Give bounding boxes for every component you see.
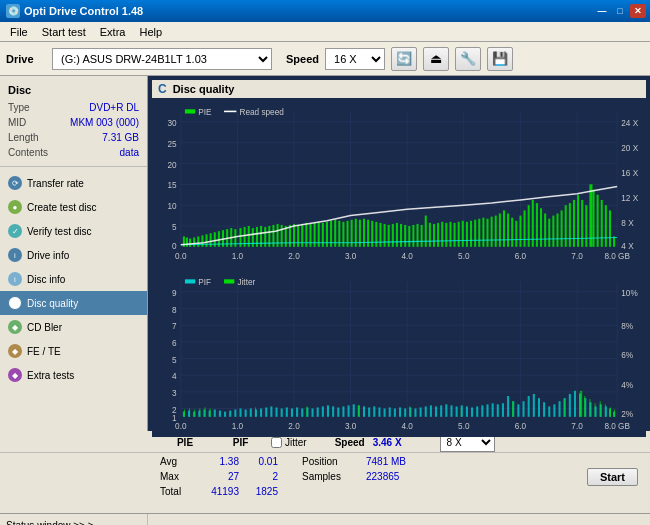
sidebar-item-disc-info[interactable]: i Disc info bbox=[0, 267, 147, 291]
svg-text:PIE: PIE bbox=[198, 107, 212, 116]
chart1-svg: 30 25 20 15 10 5 0 24 X 20 X 16 X 12 X 8… bbox=[152, 101, 646, 268]
app-icon: 💿 bbox=[6, 4, 20, 18]
sidebar-item-fe-te[interactable]: ◆ FE / TE bbox=[0, 339, 147, 363]
menu-help[interactable]: Help bbox=[133, 24, 168, 40]
drive-select[interactable]: (G:) ASUS DRW-24B1LT 1.03 bbox=[52, 48, 272, 70]
disc-quality-label: Disc quality bbox=[27, 298, 78, 309]
speed-select[interactable]: 16 X bbox=[325, 48, 385, 70]
disc-info-icon: i bbox=[8, 272, 22, 286]
sidebar-item-cd-bler[interactable]: ◆ CD Bler bbox=[0, 315, 147, 339]
status-window-button[interactable]: Status window >> > bbox=[0, 514, 148, 525]
toolbar: Drive (G:) ASUS DRW-24B1LT 1.03 Speed 16… bbox=[0, 42, 650, 76]
svg-rect-228 bbox=[384, 408, 386, 416]
total-row: Total 41193 1825 bbox=[160, 485, 278, 499]
menu-extra[interactable]: Extra bbox=[94, 24, 132, 40]
svg-text:9: 9 bbox=[172, 289, 177, 298]
svg-rect-283 bbox=[409, 406, 410, 416]
max-label: Max bbox=[160, 470, 200, 484]
col-pif-header: PIF bbox=[218, 437, 263, 448]
svg-rect-240 bbox=[445, 404, 447, 416]
svg-rect-260 bbox=[548, 406, 550, 416]
svg-rect-39 bbox=[186, 237, 188, 246]
menu-file[interactable]: File bbox=[4, 24, 34, 40]
svg-text:0.0: 0.0 bbox=[175, 252, 187, 261]
title-bar: 💿 Opti Drive Control 1.48 — □ ✕ bbox=[0, 0, 650, 22]
disc-type-row: Type DVD+R DL bbox=[8, 100, 139, 115]
svg-rect-98 bbox=[429, 223, 431, 247]
svg-rect-84 bbox=[371, 221, 373, 247]
sidebar-item-extra-tests[interactable]: ◆ Extra tests bbox=[0, 363, 147, 387]
sidebar-item-create-test-disc[interactable]: ● Create test disc bbox=[0, 195, 147, 219]
max-pif: 2 bbox=[243, 470, 278, 484]
svg-rect-102 bbox=[445, 223, 447, 247]
minimize-button[interactable]: — bbox=[594, 4, 610, 18]
menu-start-test[interactable]: Start test bbox=[36, 24, 92, 40]
maximize-button[interactable]: □ bbox=[612, 4, 628, 18]
save-button[interactable]: 💾 bbox=[487, 47, 513, 71]
avg-pif: 0.01 bbox=[243, 455, 278, 469]
svg-rect-212 bbox=[301, 408, 303, 416]
svg-rect-87 bbox=[384, 224, 386, 247]
chart2-panel: 9 8 7 6 5 4 3 2 1 10% 8% 6% 4% 2% 0.0 1.… bbox=[152, 271, 646, 438]
svg-rect-117 bbox=[507, 213, 509, 246]
fe-te-icon: ◆ bbox=[8, 344, 22, 358]
svg-rect-112 bbox=[486, 219, 488, 247]
svg-text:20: 20 bbox=[168, 161, 178, 170]
position-label: Position bbox=[302, 455, 362, 469]
jitter-checkbox[interactable] bbox=[271, 437, 282, 448]
svg-rect-124 bbox=[536, 203, 538, 247]
svg-rect-118 bbox=[511, 218, 513, 247]
svg-rect-72 bbox=[322, 223, 324, 247]
svg-text:15: 15 bbox=[168, 181, 178, 190]
start-button[interactable]: Start bbox=[587, 468, 638, 486]
refresh-button[interactable]: 🔄 bbox=[391, 47, 417, 71]
sidebar-item-disc-quality[interactable]: ◆ Disc quality bbox=[0, 291, 147, 315]
sidebar-item-drive-info[interactable]: i Drive info bbox=[0, 243, 147, 267]
svg-text:6.0: 6.0 bbox=[515, 252, 527, 261]
svg-rect-279 bbox=[210, 408, 211, 416]
sidebar-item-transfer-rate[interactable]: ⟳ Transfer rate bbox=[0, 171, 147, 195]
svg-rect-141 bbox=[605, 205, 607, 247]
svg-text:4%: 4% bbox=[621, 380, 634, 389]
svg-rect-202 bbox=[250, 408, 252, 416]
svg-rect-62 bbox=[281, 225, 283, 247]
svg-rect-265 bbox=[574, 390, 576, 416]
close-button[interactable]: ✕ bbox=[630, 4, 646, 18]
svg-rect-207 bbox=[276, 407, 278, 416]
disc-contents-label: Contents bbox=[8, 145, 48, 160]
transfer-rate-label: Transfer rate bbox=[27, 178, 84, 189]
chart-header-icon: C bbox=[158, 82, 167, 96]
svg-rect-42 bbox=[197, 236, 199, 246]
svg-rect-249 bbox=[492, 403, 494, 417]
svg-rect-251 bbox=[502, 403, 504, 417]
sidebar-item-verify-test-disc[interactable]: ✓ Verify test disc bbox=[0, 219, 147, 243]
action-button[interactable]: 🔧 bbox=[455, 47, 481, 71]
svg-rect-252 bbox=[507, 396, 509, 417]
svg-text:6: 6 bbox=[172, 339, 177, 348]
disc-length-label: Length bbox=[8, 130, 39, 145]
svg-rect-219 bbox=[337, 407, 339, 416]
create-test-disc-label: Create test disc bbox=[27, 202, 96, 213]
svg-rect-101 bbox=[441, 222, 443, 247]
svg-text:4 X: 4 X bbox=[621, 242, 634, 251]
svg-rect-288 bbox=[580, 390, 582, 416]
svg-rect-293 bbox=[605, 404, 606, 416]
svg-rect-198 bbox=[229, 410, 231, 416]
svg-rect-121 bbox=[524, 210, 526, 246]
svg-rect-199 bbox=[234, 409, 236, 416]
svg-rect-245 bbox=[471, 407, 473, 416]
svg-rect-236 bbox=[425, 406, 427, 416]
svg-rect-40 bbox=[189, 238, 191, 246]
svg-text:8 X: 8 X bbox=[621, 219, 634, 228]
svg-rect-248 bbox=[486, 404, 488, 416]
eject-button[interactable]: ⏏ bbox=[423, 47, 449, 71]
svg-rect-91 bbox=[400, 224, 402, 247]
svg-text:16 X: 16 X bbox=[621, 169, 638, 178]
svg-rect-259 bbox=[543, 402, 545, 417]
svg-text:4.0: 4.0 bbox=[402, 252, 414, 261]
svg-rect-226 bbox=[373, 406, 375, 416]
svg-rect-214 bbox=[312, 408, 314, 416]
svg-rect-232 bbox=[404, 408, 406, 416]
speed-value: 3.46 X bbox=[373, 437, 402, 448]
svg-rect-105 bbox=[458, 222, 460, 247]
